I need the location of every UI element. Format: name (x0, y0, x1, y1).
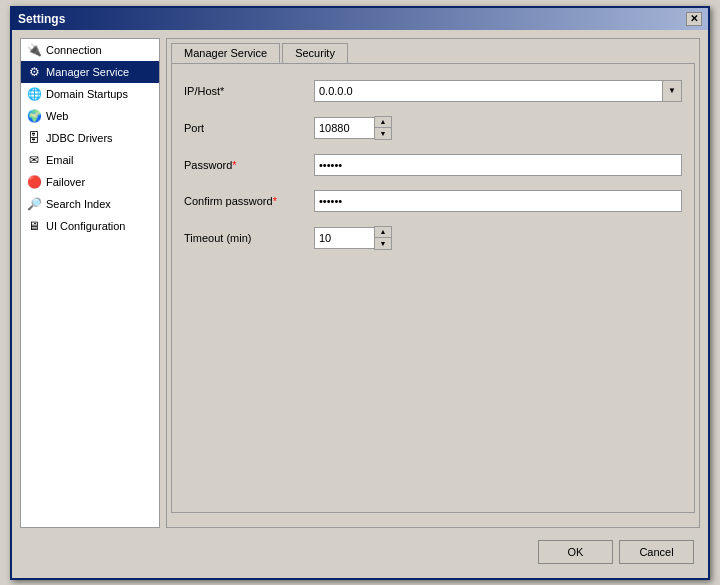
timeout-spinner-buttons: ▲ ▼ (374, 226, 392, 250)
confirm-password-row: Confirm password* (184, 190, 682, 212)
cancel-button[interactable]: Cancel (619, 540, 694, 564)
timeout-spin-up[interactable]: ▲ (375, 227, 391, 238)
timeout-spin-down[interactable]: ▼ (375, 238, 391, 249)
close-button[interactable]: ✕ (686, 12, 702, 26)
tab-manager-service[interactable]: Manager Service (171, 43, 280, 63)
search-index-icon: 🔎 (26, 196, 42, 212)
main-content: 🔌 Connection ⚙ Manager Service 🌐 Domain … (20, 38, 700, 528)
port-label: Port (184, 122, 314, 134)
timeout-row: Timeout (min) ▲ ▼ (184, 226, 682, 250)
sidebar-label-domain-startups: Domain Startups (46, 88, 128, 100)
tab-bar: Manager Service Security (167, 39, 699, 63)
port-spin-down[interactable]: ▼ (375, 128, 391, 139)
port-spinner-wrapper: ▲ ▼ (314, 116, 392, 140)
port-spin-up[interactable]: ▲ (375, 117, 391, 128)
sidebar-item-connection[interactable]: 🔌 Connection (21, 39, 159, 61)
jdbc-icon: 🗄 (26, 130, 42, 146)
confirm-password-input[interactable] (314, 190, 682, 212)
sidebar-label-connection: Connection (46, 44, 102, 56)
sidebar-label-search-index: Search Index (46, 198, 111, 210)
web-icon: 🌍 (26, 108, 42, 124)
confirm-password-label: Confirm password* (184, 195, 314, 207)
content-area: Manager Service Security IP/Host* ▼ (166, 38, 700, 528)
tab-content-manager-service: IP/Host* ▼ Port ▲ ▼ (171, 63, 695, 513)
password-input[interactable] (314, 154, 682, 176)
port-input[interactable] (314, 117, 374, 139)
timeout-label: Timeout (min) (184, 232, 314, 244)
ok-button[interactable]: OK (538, 540, 613, 564)
sidebar-label-email: Email (46, 154, 74, 166)
sidebar-label-ui-config: UI Configuration (46, 220, 126, 232)
ip-host-row: IP/Host* ▼ (184, 80, 682, 102)
sidebar-item-email[interactable]: ✉ Email (21, 149, 159, 171)
sidebar-item-search-index[interactable]: 🔎 Search Index (21, 193, 159, 215)
sidebar-label-jdbc: JDBC Drivers (46, 132, 113, 144)
connection-icon: 🔌 (26, 42, 42, 58)
sidebar-item-manager-service[interactable]: ⚙ Manager Service (21, 61, 159, 83)
ui-config-icon: 🖥 (26, 218, 42, 234)
bottom-bar: OK Cancel (20, 536, 700, 570)
email-icon: ✉ (26, 152, 42, 168)
domain-startups-icon: 🌐 (26, 86, 42, 102)
sidebar-item-domain-startups[interactable]: 🌐 Domain Startups (21, 83, 159, 105)
port-row: Port ▲ ▼ (184, 116, 682, 140)
sidebar: 🔌 Connection ⚙ Manager Service 🌐 Domain … (20, 38, 160, 528)
ip-host-input[interactable] (314, 80, 662, 102)
title-bar: Settings ✕ (12, 8, 708, 30)
sidebar-label-web: Web (46, 110, 68, 122)
window-body: 🔌 Connection ⚙ Manager Service 🌐 Domain … (12, 30, 708, 578)
password-row: Password* (184, 154, 682, 176)
ip-host-dropdown-btn[interactable]: ▼ (662, 80, 682, 102)
sidebar-item-jdbc-drivers[interactable]: 🗄 JDBC Drivers (21, 127, 159, 149)
manager-service-icon: ⚙ (26, 64, 42, 80)
sidebar-label-manager-service: Manager Service (46, 66, 129, 78)
sidebar-item-failover[interactable]: 🔴 Failover (21, 171, 159, 193)
settings-window: Settings ✕ 🔌 Connection ⚙ Manager Servic… (10, 6, 710, 580)
window-title: Settings (18, 12, 65, 26)
sidebar-label-failover: Failover (46, 176, 85, 188)
timeout-spinner-wrapper: ▲ ▼ (314, 226, 392, 250)
sidebar-item-ui-configuration[interactable]: 🖥 UI Configuration (21, 215, 159, 237)
failover-icon: 🔴 (26, 174, 42, 190)
ip-host-label: IP/Host* (184, 85, 314, 97)
tab-security[interactable]: Security (282, 43, 348, 63)
ip-host-field-wrapper: ▼ (314, 80, 682, 102)
sidebar-item-web[interactable]: 🌍 Web (21, 105, 159, 127)
port-spinner-buttons: ▲ ▼ (374, 116, 392, 140)
timeout-input[interactable] (314, 227, 374, 249)
password-label: Password* (184, 159, 314, 171)
